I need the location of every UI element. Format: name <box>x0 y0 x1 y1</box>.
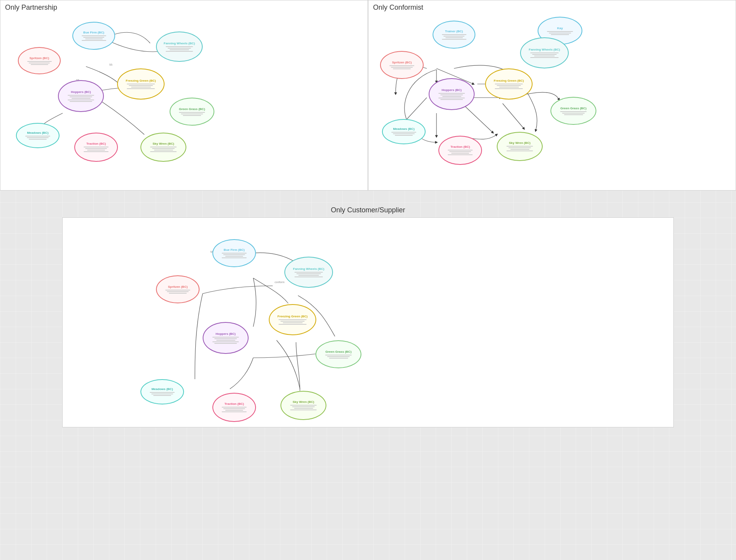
node-hoppers-conformist: Hoppers (BC) <box>429 78 475 110</box>
panel-partnership-title: Only Partnership <box>5 4 57 12</box>
node-greengrass-cs: Green Grass (BC) <box>315 340 361 368</box>
node-skywren-partnership: Sky Wren (BC) <box>140 133 186 162</box>
node-spritzen-conformist: Spritzen (BC) <box>380 51 424 79</box>
node-spritzen-partnership: Spritzen (BC) <box>18 47 61 74</box>
panel-conformist: Only Conformist <box>368 0 736 191</box>
node-spritzen-cs: Spritzen (BC) <box>156 275 200 303</box>
node-greengrass-partnership: Green Grass (BC) <box>170 98 214 126</box>
node-traction-cs: Traction (BC) <box>212 393 256 422</box>
node-traction-conformist: Traction (BC) <box>438 136 482 165</box>
node-trainer-conformist: Trainer (BC) <box>433 21 475 49</box>
node-hoppers-partnership: Hoppers (BC) <box>58 80 104 112</box>
node-fanning-partnership: Fanning Wheels (BC) <box>156 32 203 62</box>
node-fanning-cs: Fanning Wheels (BC) <box>284 257 333 288</box>
panel-partnership: Only Partnership 55 55 Bue Firm (BC) <box>0 0 368 191</box>
partnership-connections: 55 55 <box>0 0 368 190</box>
node-meadows-conformist: Meadows (BC) <box>382 119 426 144</box>
node-skywren-conformist: Sky Wren (BC) <box>497 132 543 161</box>
node-hoppers-cs: Hoppers (BC) <box>203 322 249 354</box>
panel-customer-supplier: May achiev conform conform Bue Firm (BC)… <box>62 217 674 427</box>
node-freezing-cs: Freezing Green (BC) <box>269 304 316 335</box>
node-greengrass-conformist: Green Grass (BC) <box>550 97 596 125</box>
customer-supplier-canvas: May achiev conform conform Bue Firm (BC)… <box>63 218 673 427</box>
conformist-canvas: Trainer (BC) Kay Fanning Wheels (BC) <box>368 0 736 190</box>
main-grid: Only Partnership 55 55 Bue Firm (BC) <box>0 0 736 435</box>
node-freezing-partnership: Freezing Green (BC) <box>117 68 165 100</box>
panel-conformist-title: Only Conformist <box>373 4 423 12</box>
svg-text:55: 55 <box>109 63 112 66</box>
node-meadows-cs: Meadows (BC) <box>140 379 184 404</box>
node-bue-partnership: Bue Firm (BC) <box>72 22 115 50</box>
node-fanning-conformist: Fanning Wheels (BC) <box>520 37 569 68</box>
node-traction-partnership: Traction (BC) <box>74 133 118 162</box>
node-freezing-conformist: Freezing Green (BC) <box>485 68 533 100</box>
partnership-canvas: 55 55 Bue Firm (BC) Fanning Wheels (BC) … <box>0 0 368 190</box>
panel-customer-supplier-title: Only Customer/Supplier <box>62 206 674 214</box>
svg-text:conform: conform <box>275 281 284 284</box>
node-meadows-partnership: Meadows (BC) <box>16 123 60 148</box>
node-skywren-cs: Sky Wren (BC) <box>280 391 326 420</box>
node-bue-cs: Bue Firm (BC) <box>212 239 256 267</box>
bottom-wrapper: Only Customer/Supplier May achiev <box>0 191 736 435</box>
